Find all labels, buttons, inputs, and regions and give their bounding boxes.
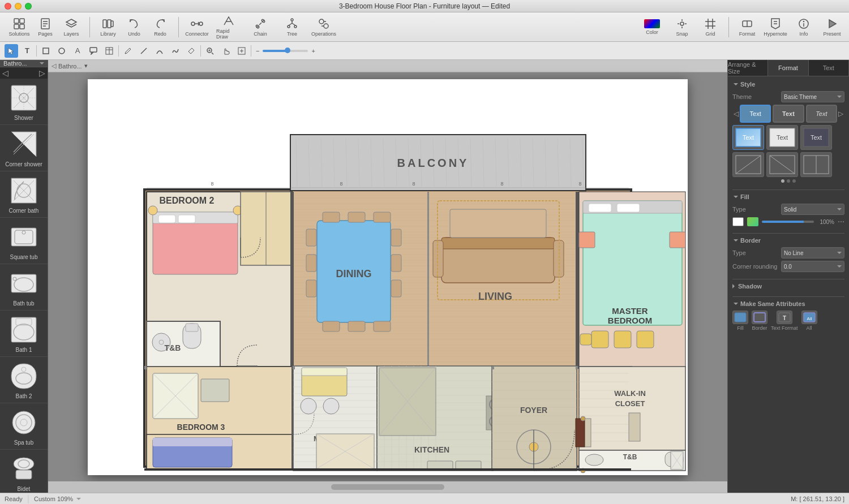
- library-btn[interactable]: Library: [96, 15, 121, 40]
- tree-btn[interactable]: Tree: [280, 15, 305, 40]
- make-same-collapse-icon: [734, 303, 738, 305]
- tool-freehand[interactable]: [169, 44, 182, 58]
- svg-rect-199: [450, 209, 546, 238]
- tab-format[interactable]: Format: [768, 60, 808, 76]
- tool-line[interactable]: [137, 44, 151, 58]
- fill-gradient-swatch[interactable]: [747, 217, 758, 226]
- tool-ellipse[interactable]: [55, 44, 68, 58]
- sidebar-item-shower[interactable]: Shower: [0, 79, 48, 125]
- sidebar-header[interactable]: Bathro...: [0, 60, 48, 67]
- make-same-fill-icon: [732, 311, 748, 324]
- style-btn-bold[interactable]: Text: [773, 105, 804, 123]
- tool-text[interactable]: T: [20, 44, 34, 58]
- chain-btn[interactable]: Chain: [248, 15, 273, 40]
- solutions-btn[interactable]: Solutions: [7, 15, 32, 40]
- sidebar-item-bath1[interactable]: Bath 1: [0, 311, 48, 357]
- connector-btn[interactable]: Connector: [185, 15, 209, 40]
- tool-rect[interactable]: [39, 44, 53, 58]
- canvas-area[interactable]: ◁ Bathro... ▾: [48, 60, 727, 493]
- tool-eraser[interactable]: [185, 44, 198, 58]
- make-same-all-btn[interactable]: All All: [801, 311, 817, 331]
- format-btn[interactable]: Format: [735, 15, 760, 40]
- tab-text[interactable]: Text: [809, 60, 849, 76]
- sidebar-item-bath-tub[interactable]: Bath tub: [0, 264, 48, 311]
- operations-btn[interactable]: Operations: [311, 15, 336, 40]
- thumb-btn-6[interactable]: [800, 152, 832, 177]
- tool-arc[interactable]: [153, 44, 166, 58]
- border-type-select[interactable]: No Line: [781, 247, 844, 259]
- style-next-icon[interactable]: ▷: [837, 110, 844, 118]
- fill-opacity-slider[interactable]: [762, 221, 814, 223]
- svg-rect-184: [323, 321, 340, 331]
- svg-rect-230: [153, 438, 232, 446]
- tool-zoom-fit[interactable]: [235, 44, 248, 58]
- theme-select[interactable]: Basic Theme: [781, 91, 844, 102]
- snap-btn[interactable]: Snap: [670, 15, 694, 40]
- zoom-slider[interactable]: [263, 50, 308, 52]
- undo-btn[interactable]: Undo: [122, 15, 147, 40]
- tool-callout[interactable]: [87, 44, 100, 58]
- sidebar-next-icon[interactable]: ▷: [39, 68, 45, 77]
- solutions-label: Solutions: [8, 31, 29, 37]
- zoom-minus[interactable]: −: [256, 48, 259, 54]
- h-scroll-thumb[interactable]: [331, 484, 444, 490]
- svg-rect-186: [374, 321, 391, 331]
- minimize-btn[interactable]: [15, 3, 22, 10]
- living-label: LIVING: [478, 291, 512, 302]
- tool-table[interactable]: [102, 44, 116, 58]
- tool-hand[interactable]: [219, 44, 233, 58]
- fill-expand-icon[interactable]: ⋯: [838, 218, 844, 226]
- pages-btn[interactable]: Pages: [33, 15, 58, 40]
- svg-point-173: [148, 206, 157, 215]
- style-prev-icon[interactable]: ◁: [732, 110, 740, 118]
- present-btn[interactable]: Present: [820, 15, 844, 40]
- sidebar-item-corner-shower[interactable]: Corner shower: [0, 125, 48, 171]
- canvas-viewport[interactable]: BALCONY BEDROOM 2: [48, 72, 727, 481]
- sidebar-item-square-tub[interactable]: Square tub: [0, 218, 48, 264]
- nav-back-icon[interactable]: ◁: [52, 62, 56, 70]
- info-btn[interactable]: Info: [791, 15, 816, 40]
- layers-btn[interactable]: Layers: [59, 15, 84, 40]
- zoom-plus[interactable]: +: [311, 48, 315, 54]
- make-same-text-btn[interactable]: T Text Format: [771, 311, 798, 331]
- redo-btn[interactable]: Redo: [148, 15, 173, 40]
- corner-value-input[interactable]: 0.0: [781, 261, 844, 272]
- window-controls[interactable]: [5, 3, 32, 10]
- fill-collapse-icon: [734, 196, 738, 198]
- h-scrollbar[interactable]: [48, 481, 727, 493]
- thumb-btn-1[interactable]: Text: [732, 125, 764, 150]
- sidebar-prev-icon[interactable]: ◁: [2, 68, 8, 77]
- nav-dropdown-icon[interactable]: ▾: [84, 62, 88, 70]
- make-same-border-btn[interactable]: Border: [752, 311, 767, 331]
- tool-zoom-plus[interactable]: [203, 44, 217, 58]
- tool-pen[interactable]: [121, 44, 135, 58]
- fill-slider-track[interactable]: [762, 221, 814, 223]
- maximize-btn[interactable]: [25, 3, 32, 10]
- grid-btn[interactable]: Grid: [698, 15, 723, 40]
- fill-type-control: Solid: [781, 204, 844, 215]
- fill-type-select[interactable]: Solid: [781, 204, 844, 215]
- tool-select[interactable]: [5, 44, 18, 58]
- thumb-btn-2[interactable]: Text: [766, 125, 798, 150]
- thumb-btn-5[interactable]: [766, 152, 798, 177]
- hypernote-btn[interactable]: Hypernote: [763, 15, 788, 40]
- fill-color-swatch[interactable]: [732, 217, 744, 226]
- style-btn-italic[interactable]: Text: [806, 105, 837, 123]
- svg-rect-2: [14, 24, 19, 29]
- style-btn-regular[interactable]: Text: [740, 105, 771, 123]
- sidebar-item-bath2[interactable]: Bath 2: [0, 357, 48, 403]
- tab-arrange-size[interactable]: Arrange & Size: [728, 60, 768, 76]
- sidebar-item-spa-tub[interactable]: Spa tub: [0, 403, 48, 450]
- sidebar-item-corner-bath[interactable]: Corner bath: [0, 171, 48, 218]
- tool-sep-4: [251, 45, 251, 57]
- tool-text2[interactable]: A: [71, 44, 84, 58]
- close-btn[interactable]: [5, 3, 11, 10]
- zoom-selector[interactable]: Custom 109%: [34, 496, 81, 502]
- color-btn[interactable]: Color: [638, 15, 666, 40]
- rapid-draw-btn[interactable]: Rapid Draw: [216, 15, 241, 40]
- zoom-thumb[interactable]: [285, 48, 290, 53]
- make-same-fill-btn[interactable]: Fill: [732, 311, 748, 331]
- thumb-btn-3[interactable]: Text: [800, 125, 832, 150]
- sidebar-item-bidet[interactable]: Bidet: [0, 450, 48, 493]
- thumb-btn-4[interactable]: [732, 152, 764, 177]
